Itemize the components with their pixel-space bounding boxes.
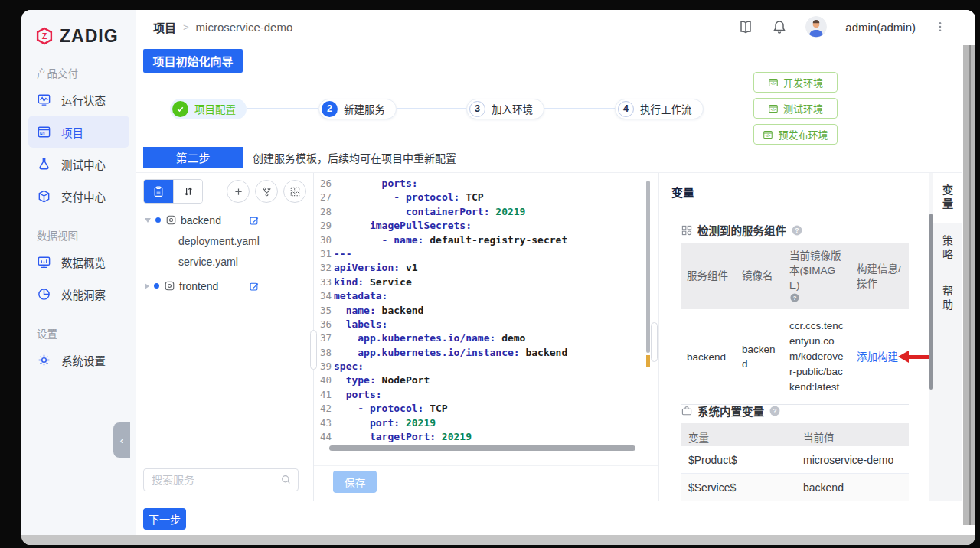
more-options-kebab-icon[interactable] xyxy=(934,20,946,34)
line-content: app.kubernetes.io/instance: backend xyxy=(334,346,567,360)
sidebar-item-insight[interactable]: 效能洞察 xyxy=(28,278,129,310)
sidebar-item-label: 运行状态 xyxy=(61,92,106,108)
monitor-icon xyxy=(37,93,51,107)
template-grid-button[interactable] xyxy=(283,180,306,203)
side-tab-帮助[interactable]: 帮助 xyxy=(933,274,962,325)
window-scrollbar-thumb[interactable] xyxy=(969,45,971,525)
window-chrome-bottom xyxy=(21,535,975,545)
code-line: 43port: 20219 xyxy=(314,416,651,430)
env-button-1[interactable]: </>开发环境 xyxy=(753,72,838,93)
help-icon[interactable]: ? xyxy=(789,292,800,303)
scrollbar-thumb[interactable] xyxy=(646,181,650,353)
caret-right-icon[interactable] xyxy=(145,283,149,289)
panel-resize-handle-right[interactable] xyxy=(651,322,658,362)
code-area[interactable]: 26ports:27- protocol: TCP28containerPort… xyxy=(314,173,651,465)
delivery-box-icon xyxy=(37,189,51,204)
breadcrumb-projects-link[interactable]: 项目 xyxy=(153,19,176,35)
code-token: app.kubernetes.io/name: xyxy=(358,332,495,344)
code-line: 26ports: xyxy=(314,177,651,191)
service-search xyxy=(143,468,299,491)
env-button-3[interactable]: </>预发布环境 xyxy=(753,124,838,145)
add-build-link[interactable]: 添加构建 xyxy=(857,350,898,364)
list-view-button[interactable] xyxy=(144,180,173,203)
panel-resize-handle-left[interactable] xyxy=(310,330,317,370)
sidebar-item-system-settings[interactable]: 系统设置 xyxy=(28,344,129,376)
edit-icon xyxy=(249,215,260,226)
sidebar-item-testing[interactable]: 测试中心 xyxy=(28,148,129,180)
help-icon[interactable]: ? xyxy=(769,405,781,417)
code-token: 20219 xyxy=(489,206,525,217)
wizard-title-banner: 项目初始化向导 xyxy=(143,49,243,73)
add-service-button[interactable] xyxy=(227,180,250,203)
save-button[interactable]: 保存 xyxy=(333,471,377,493)
topbar: 项目 > microservice-demo admin(admin) xyxy=(136,10,975,44)
wizard-step-3[interactable]: 3加入环境 xyxy=(466,99,544,119)
wizard-step-1[interactable]: 项目配置 xyxy=(170,99,247,119)
line-content: apiVersion: v1 xyxy=(334,261,418,275)
tree-service-row[interactable]: frontend xyxy=(136,276,313,296)
step-number-banner: 第二步 xyxy=(143,147,243,168)
tree-service-row[interactable]: backend xyxy=(136,210,313,230)
help-icon[interactable]: ? xyxy=(791,224,803,236)
code-token: containerPort: xyxy=(406,206,490,217)
docs-book-icon[interactable] xyxy=(738,19,753,34)
image-version-cell: ccr.ccs.tencentyun.com/koderover-public/… xyxy=(783,309,851,404)
user-menu[interactable]: admin(admin) xyxy=(845,21,916,34)
annotation-arrow-icon xyxy=(898,351,929,363)
step-check-icon xyxy=(172,101,188,117)
sidebar-collapse-handle[interactable]: ‹ xyxy=(113,422,130,458)
code-token: kind: xyxy=(334,276,364,288)
line-content: type: NodePort xyxy=(334,373,430,387)
env-button-2[interactable]: </>测试环境 xyxy=(753,98,838,119)
sidebar-item-delivery[interactable]: 交付中心 xyxy=(28,180,129,212)
line-content: imagePullSecrets: xyxy=(334,219,472,233)
wizard-step-2[interactable]: 2新建服务 xyxy=(318,99,397,119)
service-tree-panel: backenddeployment.yamlservice.yamlfronte… xyxy=(136,173,314,501)
sort-view-button[interactable] xyxy=(173,180,202,203)
detected-components-title: 检测到的服务组件 xyxy=(697,222,786,238)
step-connector xyxy=(544,108,615,109)
panel-scrollbar[interactable] xyxy=(929,214,933,390)
line-number: 33 xyxy=(314,276,334,289)
line-number: 34 xyxy=(314,289,334,303)
step-number: 3 xyxy=(469,101,485,117)
code-token: - protocol: xyxy=(358,403,423,414)
user-avatar[interactable] xyxy=(805,16,827,38)
code-token: port: xyxy=(370,417,400,429)
line-content: targetPort: 20219 xyxy=(334,430,472,444)
caret-down-icon[interactable] xyxy=(145,218,151,223)
table-header-row: 服务组件镜像名当前镜像版本($IMAGE) ?构建信息/操作 xyxy=(681,243,909,309)
sidebar-item-label: 效能洞察 xyxy=(61,286,106,302)
code-token: labels: xyxy=(346,318,388,330)
wizard-step-4[interactable]: 4执行工作流 xyxy=(615,99,704,119)
svg-text:</>: </> xyxy=(771,108,776,112)
sidebar-item-status[interactable]: 运行状态 xyxy=(28,83,129,116)
side-tabs-list: 变量策略帮助 xyxy=(929,173,962,325)
app-window: Z ZADIG 产品交付运行状态PM项目测试中心交付中心数据视图数据概览效能洞察… xyxy=(21,10,975,545)
page-content: 项目初始化向导 项目配置2新建服务3加入环境4执行工作流 </>开发环境</>测… xyxy=(136,44,975,535)
variable-name-cell: $Product$ xyxy=(681,446,795,473)
gear-icon xyxy=(37,353,51,367)
side-tab-变量[interactable]: 变量 xyxy=(933,173,962,223)
sidebar-item-data-overview[interactable]: 数据概览 xyxy=(28,246,129,278)
line-content: containerPort: 20219 xyxy=(334,205,525,219)
line-content: labels: xyxy=(334,318,387,331)
load-from-repo-button[interactable] xyxy=(255,180,278,203)
project-icon: PM xyxy=(37,125,51,139)
editor-horizontal-scrollbar[interactable] xyxy=(329,445,635,451)
search-input[interactable] xyxy=(143,468,299,491)
side-tab-策略[interactable]: 策略 xyxy=(933,223,962,274)
sidebar-item-projects[interactable]: PM项目 xyxy=(28,116,129,148)
next-step-button[interactable]: 下一步 xyxy=(143,508,186,530)
code-line: 41ports: xyxy=(314,388,651,402)
app-logo[interactable]: Z ZADIG xyxy=(21,10,136,50)
window-edge-scrollbar[interactable] xyxy=(963,45,975,525)
service-file-item[interactable]: service.yaml xyxy=(136,251,313,272)
code-token: backend xyxy=(520,347,568,358)
service-file-item[interactable]: deployment.yaml xyxy=(136,230,313,251)
code-token: ports: xyxy=(382,178,418,189)
git-branch-icon xyxy=(261,186,273,197)
grid-icon xyxy=(289,186,301,197)
notification-bell-icon[interactable] xyxy=(772,19,787,34)
pie-chart-icon xyxy=(37,287,51,302)
